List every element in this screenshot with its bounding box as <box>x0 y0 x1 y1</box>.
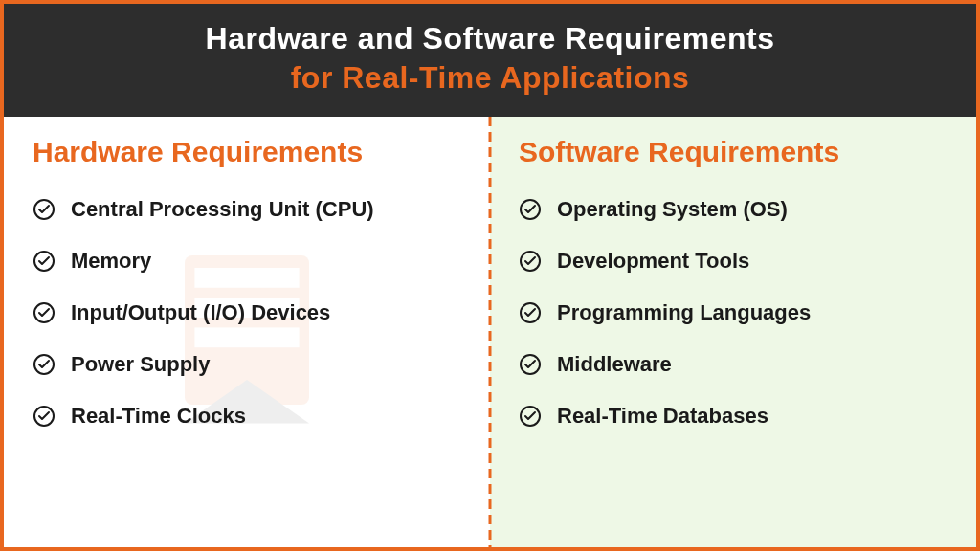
check-icon <box>519 250 542 273</box>
hardware-title: Hardware Requirements <box>33 136 461 168</box>
list-item: Central Processing Unit (CPU) <box>33 197 461 222</box>
hardware-list: Central Processing Unit (CPU) Memory Inp… <box>33 197 461 429</box>
software-list: Operating System (OS) Development Tools … <box>519 197 947 429</box>
list-item: Development Tools <box>519 249 947 274</box>
title-line1: Hardware and Software Requirements <box>23 21 957 56</box>
item-text: Real-Time Databases <box>557 404 768 429</box>
check-icon <box>519 405 542 428</box>
software-column: Software Requirements Operating System (… <box>490 117 976 547</box>
item-text: Real-Time Clocks <box>71 404 246 429</box>
check-icon <box>519 353 542 376</box>
list-item: Memory <box>33 249 461 274</box>
item-text: Development Tools <box>557 249 749 274</box>
list-item: Real-Time Clocks <box>33 404 461 429</box>
check-icon <box>33 198 56 221</box>
item-text: Middleware <box>557 352 672 377</box>
list-item: Real-Time Databases <box>519 404 947 429</box>
check-icon <box>519 198 542 221</box>
list-item: Programming Languages <box>519 300 947 325</box>
item-text: Power Supply <box>71 352 210 377</box>
item-text: Central Processing Unit (CPU) <box>71 197 374 222</box>
column-divider <box>489 117 492 547</box>
check-icon <box>33 405 56 428</box>
item-text: Memory <box>71 249 151 274</box>
main-container: Hardware and Software Requirements for R… <box>0 0 980 551</box>
item-text: Programming Languages <box>557 300 811 325</box>
item-text: Input/Output (I/O) Devices <box>71 300 330 325</box>
hardware-column: Hardware Requirements Central Processing… <box>4 117 490 547</box>
software-title: Software Requirements <box>519 136 947 168</box>
check-icon <box>519 301 542 324</box>
list-item: Input/Output (I/O) Devices <box>33 300 461 325</box>
list-item: Middleware <box>519 352 947 377</box>
header: Hardware and Software Requirements for R… <box>4 4 976 117</box>
item-text: Operating System (OS) <box>557 197 788 222</box>
list-item: Power Supply <box>33 352 461 377</box>
title-line2: for Real-Time Applications <box>23 60 957 96</box>
content-area: Hardware Requirements Central Processing… <box>4 117 976 547</box>
check-icon <box>33 353 56 376</box>
check-icon <box>33 301 56 324</box>
check-icon <box>33 250 56 273</box>
list-item: Operating System (OS) <box>519 197 947 222</box>
